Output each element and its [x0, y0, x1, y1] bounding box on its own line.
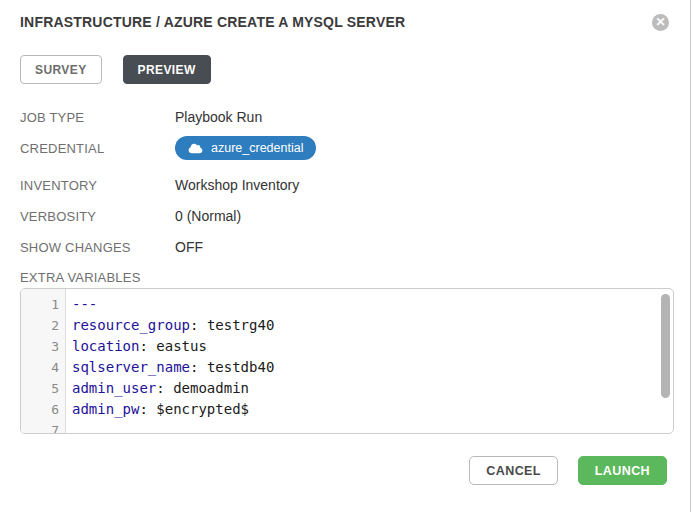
code-line: resource_group: testrg40	[72, 315, 673, 336]
job-type-label: JOB TYPE	[20, 109, 175, 125]
code-line: sqlserver_name: testdb40	[72, 357, 673, 378]
detail-row-show-changes: SHOW CHANGES OFF	[20, 239, 678, 255]
job-details: JOB TYPE Playbook Run CREDENTIAL azure_c…	[20, 109, 678, 255]
detail-row-verbosity: VERBOSITY 0 (Normal)	[20, 208, 678, 224]
extra-variables-label: EXTRA VARIABLES	[20, 270, 678, 285]
extra-variables-section: EXTRA VARIABLES 1 2 3 4 5 6 7 --- resour…	[20, 270, 678, 434]
line-number: 6	[21, 399, 59, 420]
code-line: location: eastus	[72, 336, 673, 357]
verbosity-label: VERBOSITY	[20, 208, 175, 224]
extra-variables-editor[interactable]: 1 2 3 4 5 6 7 --- resource_group: testrg…	[20, 288, 674, 434]
code-line: admin_pw: $encrypted$	[72, 399, 673, 420]
credential-badge[interactable]: azure_credential	[175, 136, 316, 160]
line-number: 2	[21, 315, 59, 336]
detail-row-credential: CREDENTIAL azure_credential	[20, 140, 678, 160]
credential-label: CREDENTIAL	[20, 140, 175, 156]
launch-preview-modal: INFRASTRUCTURE / AZURE CREATE A MYSQL SE…	[0, 0, 698, 485]
verbosity-value: 0 (Normal)	[175, 208, 241, 224]
line-number: 1	[21, 294, 59, 315]
launch-button[interactable]: LAUNCH	[578, 456, 667, 485]
modal-header: INFRASTRUCTURE / AZURE CREATE A MYSQL SE…	[20, 14, 678, 34]
tab-survey[interactable]: SURVEY	[20, 55, 102, 84]
show-changes-label: SHOW CHANGES	[20, 239, 175, 255]
modal-footer: CANCEL LAUNCH	[20, 456, 678, 485]
tab-bar: SURVEY PREVIEW	[20, 55, 678, 84]
cloud-icon	[188, 143, 203, 154]
cancel-button[interactable]: CANCEL	[469, 456, 557, 485]
editor-line-number-gutter: 1 2 3 4 5 6 7	[21, 289, 66, 433]
line-number: 4	[21, 357, 59, 378]
editor-code-area[interactable]: --- resource_group: testrg40 location: e…	[66, 289, 673, 433]
code-line: admin_user: demoadmin	[72, 378, 673, 399]
modal-title: INFRASTRUCTURE / AZURE CREATE A MYSQL SE…	[20, 14, 678, 30]
inventory-label: INVENTORY	[20, 177, 175, 193]
code-line: ---	[72, 294, 673, 315]
detail-row-inventory: INVENTORY Workshop Inventory	[20, 177, 678, 193]
line-number: 3	[21, 336, 59, 357]
credential-badge-label: azure_credential	[211, 141, 303, 155]
line-number: 5	[21, 378, 59, 399]
close-icon[interactable]: ✕	[652, 14, 669, 31]
job-type-value: Playbook Run	[175, 109, 262, 125]
line-number: 7	[21, 420, 59, 434]
tab-preview[interactable]: PREVIEW	[123, 55, 211, 84]
show-changes-value: OFF	[175, 239, 203, 255]
detail-row-job-type: JOB TYPE Playbook Run	[20, 109, 678, 125]
inventory-value: Workshop Inventory	[175, 177, 299, 193]
editor-scrollbar[interactable]	[661, 294, 670, 398]
